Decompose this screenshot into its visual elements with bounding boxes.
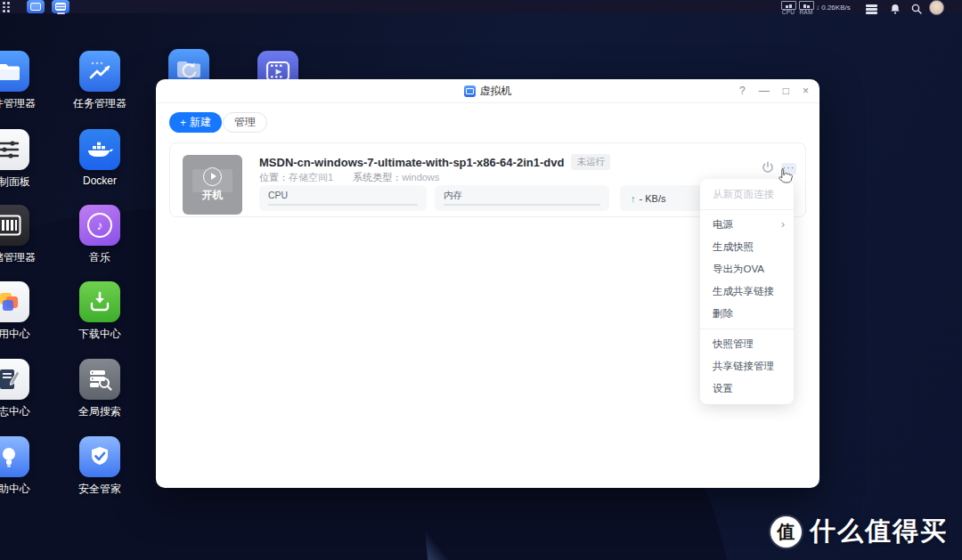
desktop-icon-help-center[interactable]: 帮助中心: [0, 436, 50, 497]
memory-usage-track: [444, 204, 600, 206]
ram-meter-label: RAM: [798, 10, 814, 15]
notification-bell-icon[interactable]: [890, 2, 901, 18]
menu-item-snapshot-management[interactable]: 快照管理: [700, 333, 794, 355]
global-search-server-magnifier-icon: [79, 359, 120, 400]
vm-name-row: MSDN-cn-windows-7-ultimate-with-sp1-x86-…: [259, 154, 610, 170]
menu-item-delete[interactable]: 删除: [700, 303, 794, 325]
submenu-chevron-icon: ›: [781, 214, 785, 236]
search-icon[interactable]: [911, 2, 922, 18]
upload-speed-value: - KB/s: [640, 193, 666, 204]
desktop-icon-app-center[interactable]: 应用中心: [0, 281, 50, 342]
help-button[interactable]: ?: [739, 79, 746, 102]
user-avatar[interactable]: [929, 0, 944, 15]
new-vm-button[interactable]: + 新建: [169, 112, 222, 133]
desktop-icon-file-manager[interactable]: 文件管理器: [0, 51, 50, 111]
upload-arrow-icon: ↑: [631, 193, 636, 204]
docker-whale-icon: [79, 129, 120, 170]
location-value: 存储空间1: [289, 172, 333, 183]
taskbar-app-file-manager[interactable]: [27, 0, 45, 13]
desktop-icon-label: Docker: [59, 174, 141, 187]
desktop-icon-label: 应用中心: [0, 327, 50, 342]
desktop-icon-task-manager[interactable]: 任务管理器: [59, 51, 141, 111]
vm-window-icon: [464, 85, 476, 97]
os-type-label: 系统类型：: [353, 172, 402, 183]
ram-meter[interactable]: RAM: [798, 1, 814, 15]
desktop-icon-log-center[interactable]: 日志中心: [0, 359, 50, 419]
desktop-icon-label: 帮助中心: [0, 482, 50, 497]
menu-item-settings[interactable]: 设置: [700, 377, 794, 400]
vm-power-icon-button[interactable]: [762, 161, 774, 177]
file-manager-folder-icon: [0, 51, 29, 92]
smzdm-badge-icon: 值: [770, 516, 802, 548]
plus-icon: +: [180, 117, 186, 129]
desktop-icon-security-manager[interactable]: 安全管家: [59, 436, 141, 497]
help-center-bulb-icon: [0, 436, 29, 477]
desktop-icon-control-panel[interactable]: 控制面板: [0, 129, 50, 190]
os-type-value: windows: [402, 172, 439, 183]
desktop-icon-storage-manager[interactable]: 存储管理器: [0, 205, 50, 265]
cpu-meter[interactable]: CPU: [780, 1, 796, 15]
menu-divider: [700, 329, 794, 329]
menu-item-create-share-link[interactable]: 生成共享链接: [700, 280, 794, 303]
memory-usage-label: 内存: [444, 190, 462, 202]
new-vm-button-label: 新建: [190, 115, 211, 130]
log-center-notebook-icon: [0, 359, 29, 400]
desktop-icon-label: 音乐: [59, 250, 141, 265]
smzdm-watermark: 值 什么值得买: [770, 514, 948, 549]
desktop-icon-label: 全局搜索: [59, 404, 141, 419]
vm-status-badge: 未运行: [571, 154, 610, 170]
vm-icon: [55, 3, 66, 11]
menu-item-power-label: 电源: [713, 219, 733, 230]
menu-item-export-ova[interactable]: 导出为OVA: [700, 258, 794, 280]
taskbar-app-vm[interactable]: [52, 0, 69, 13]
desktop-icon-label: 任务管理器: [59, 96, 141, 111]
cpu-usage-track: [268, 204, 418, 206]
vm-name: MSDN-cn-windows-7-ultimate-with-sp1-x86-…: [259, 156, 564, 169]
close-button[interactable]: ×: [803, 79, 809, 102]
vm-info-row: 位置：存储空间1 系统类型：windows: [259, 171, 439, 184]
window-titlebar[interactable]: 虚拟机: [156, 79, 819, 103]
desktop-icon-download-center[interactable]: 下载中心: [59, 281, 141, 342]
control-panel-sliders-icon: [0, 129, 29, 170]
storage-manager-nas-icon: [0, 205, 29, 246]
menu-item-create-snapshot[interactable]: 生成快照: [700, 236, 794, 258]
app-launcher-grid-icon[interactable]: [3, 2, 12, 12]
maximize-button[interactable]: □: [783, 79, 789, 102]
desktop-icon-label: 安全管家: [59, 482, 141, 497]
app-center-squares-icon: [0, 281, 29, 322]
cpu-meter-label: CPU: [780, 10, 796, 15]
window-icon: [30, 3, 41, 11]
task-manager-chart-icon: [79, 51, 120, 92]
menu-item-power[interactable]: 电源 ›: [700, 214, 794, 236]
manage-button[interactable]: 管理: [223, 112, 267, 133]
server-tray-icon[interactable]: [866, 2, 877, 18]
menu-divider: [700, 209, 794, 210]
desktop-icon-global-search[interactable]: 全局搜索: [59, 359, 141, 419]
music-note-icon: ♪: [79, 205, 120, 246]
location-label: 位置：: [259, 172, 289, 183]
window-title: 虚拟机: [480, 84, 512, 99]
network-speed[interactable]: ↓ 0.26KB/s: [816, 4, 851, 12]
desktop-icon-label: 存储管理器: [0, 250, 50, 265]
desktop-icon-music[interactable]: ♪ 音乐: [59, 205, 141, 265]
mouse-cursor-hand: [778, 167, 793, 188]
vm-context-menu: 从新页面连接 电源 › 生成快照 导出为OVA 生成共享链接 删除 快照管理 共…: [700, 179, 794, 404]
power-on-label: 开机: [202, 188, 224, 203]
menu-item-share-link-management[interactable]: 共享链接管理: [700, 355, 794, 377]
manage-button-label: 管理: [234, 115, 256, 130]
desktop-icon-label: 控制面板: [0, 174, 50, 190]
minimize-button[interactable]: —: [759, 79, 770, 102]
desktop-icon-label: 日志中心: [0, 404, 50, 419]
desktop-icon-docker[interactable]: Docker: [59, 129, 141, 187]
taskbar: CPU RAM ↓ 0.26KB/s: [0, 0, 962, 13]
vm-power-on-button[interactable]: 开机: [183, 155, 242, 215]
window-controls: ? — □ ×: [739, 79, 809, 102]
download-center-tray-icon: [79, 281, 120, 322]
memory-usage-box: 内存: [435, 185, 609, 211]
cpu-usage-label: CPU: [268, 190, 288, 200]
active-app-indicator: [57, 12, 65, 14]
cpu-usage-box: CPU: [259, 185, 427, 211]
desktop-icon-label: 文件管理器: [0, 96, 50, 111]
smzdm-watermark-text: 什么值得买: [810, 514, 948, 549]
security-shield-icon: [79, 436, 120, 477]
